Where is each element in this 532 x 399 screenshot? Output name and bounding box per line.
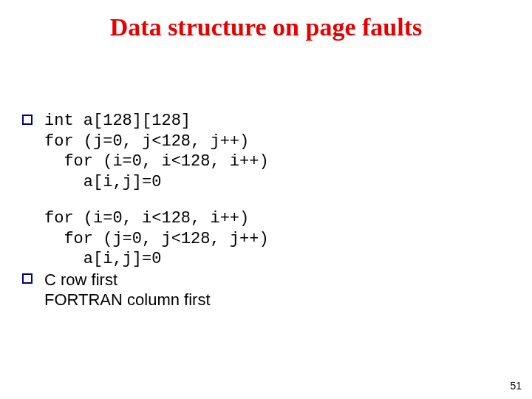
note-block: C row first FORTRAN column first [44, 270, 488, 310]
slide: Data structure on page faults int a[128]… [0, 0, 532, 399]
slide-body: int a[128][128] for (j=0, j<128, j++) fo… [44, 111, 488, 327]
code-block-1: int a[128][128] for (j=0, j<128, j++) fo… [44, 111, 488, 192]
code-block-2: for (i=0, i<128, i++) for (j=0, j<128, j… [44, 208, 488, 270]
note-line: C row first [44, 270, 488, 290]
code-line: for (i=0, i<128, i++) [44, 208, 488, 229]
bullet-icon [22, 115, 33, 125]
bullet-icon [22, 273, 33, 284]
code-line: a[i,j]=0 [44, 249, 488, 270]
note-line: FORTRAN column first [44, 290, 488, 310]
code-line: for (i=0, i<128, i++) [44, 151, 488, 172]
code-line: a[i,j]=0 [44, 172, 488, 193]
code-line: for (j=0, j<128, j++) [44, 132, 488, 152]
slide-title: Data structure on page faults [0, 13, 532, 41]
code-line: int a[128][128] [44, 111, 488, 132]
code-line: for (j=0, j<128, j++) [44, 229, 488, 250]
page-number: 51 [510, 380, 522, 392]
